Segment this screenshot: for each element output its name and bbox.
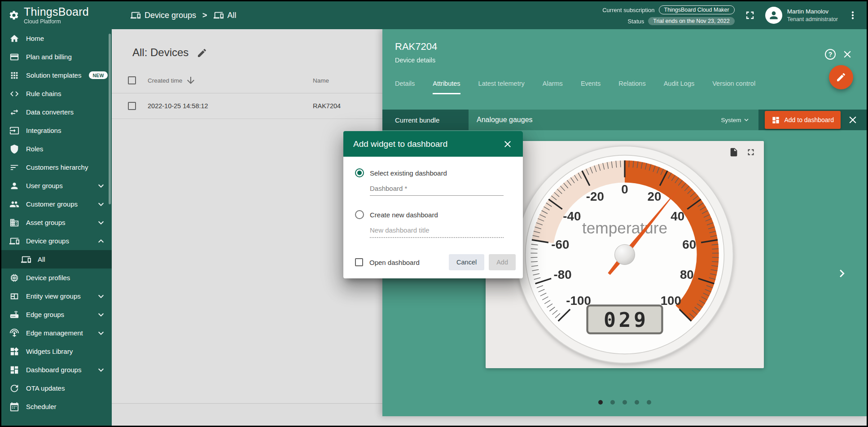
help-button[interactable]: ? [825,49,836,60]
top-app-bar: ThingsBoard Cloud Platform Device groups… [1,1,867,29]
sidebar-item-solution-templates[interactable]: Solution templatesNEW [1,66,112,84]
more-menu-button[interactable] [847,9,859,21]
close-widget-preview-button[interactable] [847,114,859,126]
tab-events[interactable]: Events [581,74,601,94]
sidebar-item-home[interactable]: Home [1,29,112,48]
sidebar-item-integrations[interactable]: Integrations [1,121,112,140]
widget-fullscreen-icon[interactable] [746,147,756,157]
breadcrumb-separator: > [202,11,207,20]
sidebar-item-ota-updates[interactable]: OTA updates [1,379,112,397]
breadcrumb-item-device-groups[interactable]: Device groups [131,10,196,20]
person-icon [768,9,780,21]
chevron-down-icon [96,365,106,375]
update-icon [9,383,19,393]
select-all-checkbox[interactable] [128,76,136,84]
radio-label: Select existing dashboard [370,169,447,177]
open-dashboard-checkbox[interactable] [355,258,363,266]
sidebar-item-asset-groups[interactable]: Asset groups [1,213,112,232]
field-placeholder: New dashboard title [370,226,430,234]
sidebar-item-customer-groups[interactable]: Customer groups [1,195,112,213]
sidebar-item-all[interactable]: All [1,250,112,269]
tab-alarms[interactable]: Alarms [543,74,563,94]
dashboard-select-field[interactable]: Dashboard * [370,185,504,196]
carousel-dot-5[interactable] [647,400,651,405]
widget-bundle-select[interactable]: Analogue gauges System [469,110,758,130]
carousel-dot-2[interactable] [610,400,615,405]
sidebar-item-customers-hierarchy[interactable]: Customers hierarchy [1,158,112,176]
column-created-time[interactable]: Created time [148,77,182,84]
temperature-gauge: -100-80-60-40-20020406080100temperature0… [514,144,735,365]
add-widget-dialog: Add widget to dashboard Select existing … [343,131,523,278]
app-logo[interactable]: ThingsBoard Cloud Platform [1,1,112,29]
widget-description-icon[interactable] [729,147,739,157]
tab-version-control[interactable]: Version control [712,74,755,94]
devices-icon [214,10,224,20]
details-tabs: DetailsAttributesLatest telemetryAlarmsE… [382,74,867,94]
carousel-dot-3[interactable] [623,400,627,405]
chevron-down-icon [96,328,106,339]
widget-preview-card[interactable]: -100-80-60-40-20020406080100temperature0… [486,141,764,368]
sidebar-item-rule-chains[interactable]: Rule chains [1,84,112,103]
system-dropdown-label: System [721,117,741,123]
new-dashboard-title-field[interactable]: New dashboard title [370,226,504,238]
radio-select-existing-dashboard[interactable]: Select existing dashboard [355,168,511,177]
router-icon [9,310,19,320]
cancel-button[interactable]: Cancel [449,254,484,270]
tab-details[interactable]: Details [395,74,415,94]
close-details-button[interactable] [842,48,853,60]
open-dashboard-label: Open dashboard [369,259,420,266]
sidebar-item-edge-groups[interactable]: Edge groups [1,305,112,324]
radio-create-new-dashboard[interactable]: Create new dashboard [355,210,511,219]
user-menu[interactable]: Martin Manolov Tenant administrator [765,7,838,24]
chevron-up-icon [96,236,106,247]
sidebar-item-device-groups[interactable]: Device groups [1,232,112,250]
widget-bundle-value: Analogue gauges [477,116,533,124]
sidebar-nav: HomePlan and billingSolution templatesNE… [1,29,112,426]
sidebar-item-user-groups[interactable]: User groups [1,176,112,195]
dialog-title: Add widget to dashboard [353,139,447,149]
tab-attributes[interactable]: Attributes [433,74,460,94]
help-icon: ? [829,51,833,58]
row-checkbox[interactable] [128,102,136,110]
devices-icon [21,255,31,264]
system-dropdown[interactable]: System [721,116,750,124]
subscription-badge[interactable]: ThingsBoard Cloud Maker [659,5,735,14]
app-subtitle: Cloud Platform [24,18,89,25]
svg-text:0: 0 [621,182,628,196]
svg-text:-60: -60 [551,238,569,251]
add-button[interactable]: Add [489,254,516,270]
sort-desc-icon[interactable] [185,75,196,86]
tab-latest-telemetry[interactable]: Latest telemetry [478,74,525,94]
sidebar-item-roles[interactable]: Roles [1,140,112,158]
dashboard-grid-icon [772,116,780,124]
fullscreen-button[interactable] [744,9,756,22]
chevron-down-icon [96,217,106,228]
sidebar-item-dashboard-groups[interactable]: Dashboard groups [1,361,112,379]
sidebar-item-scheduler[interactable]: Scheduler [1,397,112,416]
next-widget-chevron[interactable] [834,266,850,281]
edit-group-name-button[interactable] [197,48,206,57]
add-to-dashboard-button[interactable]: Add to dashboard [765,111,841,129]
dialog-close-button[interactable] [502,139,513,150]
sidebar-item-entity-view-groups[interactable]: Entity view groups [1,287,112,305]
edit-device-fab[interactable] [829,65,853,89]
sidebar-item-widgets-library[interactable]: Widgets Library [1,342,112,361]
thingsboard-gear-logo-icon [9,10,19,21]
sidebar-item-edge-management[interactable]: Edge management [1,324,112,342]
sidebar-item-device-profiles[interactable]: Device profiles [1,269,112,287]
current-bundle-label: Current bundle [395,116,462,124]
carousel-dot-1[interactable] [598,400,603,405]
sidebar-item-plan-and-billing[interactable]: Plan and billing [1,48,112,66]
tab-audit-logs[interactable]: Audit Logs [664,74,695,94]
widgets-icon [9,347,19,357]
tab-relations[interactable]: Relations [618,74,645,94]
sidebar-item-data-converters[interactable]: Data converters [1,103,112,121]
carousel-dot-4[interactable] [635,400,639,405]
close-icon [502,139,513,150]
svg-text:80: 80 [679,268,693,282]
devices-icon [9,236,19,246]
status-label: Status [627,18,644,25]
sidebar-scrollbar[interactable] [109,34,111,204]
hierarchy-icon [9,163,19,172]
breadcrumb-item-all[interactable]: All [214,10,237,20]
